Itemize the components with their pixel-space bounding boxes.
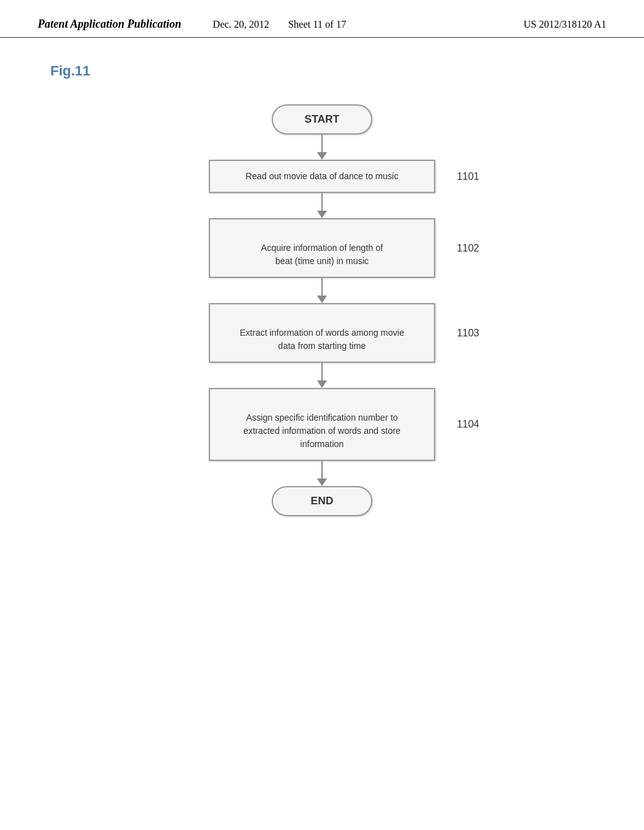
step-label-1101: 1101: [457, 171, 479, 182]
page-header: Patent Application Publication Dec. 20, …: [0, 0, 644, 38]
page-content: Fig.11 START Read out movie data of danc…: [0, 38, 644, 541]
header-date: Dec. 20, 2012: [213, 19, 269, 30]
step-1104-wrapper: Assign specific identification number to…: [209, 388, 435, 461]
header-title: Patent Application Publication: [38, 18, 181, 31]
step-label-1103: 1103: [457, 328, 479, 339]
step-1103-wrapper: Extract information of words among movie…: [209, 303, 435, 363]
arrow-head: [317, 380, 327, 388]
arrow-line: [321, 363, 323, 380]
step-1101: Read out movie data of dance to music: [209, 160, 435, 193]
start-terminal: START: [272, 104, 372, 135]
arrow-line: [321, 193, 323, 211]
arrow-2: [317, 193, 327, 218]
arrow-5: [317, 461, 327, 486]
header-patent: US 2012/318120 A1: [523, 19, 606, 30]
arrow-line: [321, 278, 323, 296]
step-label-1104: 1104: [457, 419, 479, 430]
step-1103: Extract information of words among movie…: [209, 303, 435, 363]
arrow-4: [317, 363, 327, 388]
arrow-line: [321, 461, 323, 479]
arrow-3: [317, 278, 327, 303]
step-1104: Assign specific identification number to…: [209, 388, 435, 461]
step-1101-wrapper: Read out movie data of dance to music 11…: [209, 160, 435, 193]
arrow-head: [317, 152, 327, 160]
arrow-head: [317, 296, 327, 303]
arrow-line: [321, 135, 323, 152]
flowchart: START Read out movie data of dance to mu…: [38, 104, 606, 516]
end-terminal: END: [272, 486, 372, 516]
arrow-head: [317, 479, 327, 486]
step-label-1102: 1102: [457, 243, 479, 254]
figure-label: Fig.11: [50, 63, 606, 79]
step-1102: Acquire information of length of beat (t…: [209, 218, 435, 278]
header-sheet: Sheet 11 of 17: [288, 19, 346, 30]
arrow-head: [317, 211, 327, 218]
arrow-1: [317, 135, 327, 160]
step-1102-wrapper: Acquire information of length of beat (t…: [209, 218, 435, 278]
